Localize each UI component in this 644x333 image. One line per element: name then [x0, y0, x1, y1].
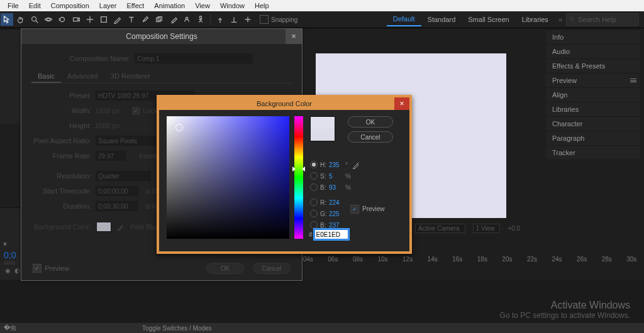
eye-icon[interactable]: ◉ [4, 267, 11, 275]
search-help-input[interactable]: Search Help [566, 13, 639, 26]
b2-value[interactable]: 237 [329, 222, 345, 229]
panel-libraries[interactable]: Libraries [546, 102, 640, 117]
panel-audio[interactable]: Audio [546, 45, 640, 59]
status-icon[interactable]: �⾍ [4, 324, 16, 332]
zoom-tool-icon[interactable] [28, 13, 41, 26]
clone-tool-icon[interactable] [153, 13, 165, 26]
r-value[interactable]: 224 [329, 199, 345, 206]
pen-tool-icon[interactable] [111, 13, 124, 26]
picker-preview-checkbox[interactable]: ✓Preview [350, 174, 385, 244]
panel-effects[interactable]: Effects & Presets [546, 59, 640, 74]
tab-basic[interactable]: Basic [31, 70, 61, 83]
menu-file[interactable]: File [3, 2, 24, 9]
fps-field[interactable]: 29.97 [95, 150, 126, 161]
dur-field[interactable]: 0;00;30;00 [95, 200, 139, 212]
panel-character[interactable]: Character [546, 117, 640, 131]
toggle-switches-label[interactable]: Toggle Switches / Modes [142, 325, 212, 332]
local-axis-icon[interactable] [214, 13, 226, 26]
workspace-smallscreen[interactable]: Small Screen [462, 13, 515, 26]
timeline-ruler[interactable]: 04s 06s 08s 10s 12s 14s 16s 18s 20s 22s … [296, 256, 644, 266]
height-value[interactable]: 1080 px [95, 122, 119, 129]
orbit-tool-icon[interactable] [42, 13, 55, 26]
dialog-titlebar[interactable]: Composition Settings × [21, 29, 302, 44]
menu-animation[interactable]: Animation [149, 2, 190, 9]
panel-menu-icon[interactable] [630, 79, 636, 82]
radio-s[interactable] [310, 172, 318, 180]
sv-color-field[interactable] [167, 116, 289, 239]
b-value[interactable]: 93 [329, 184, 345, 191]
eyedropper-icon[interactable] [116, 222, 125, 231]
camera-tool-icon[interactable] [70, 13, 82, 26]
res-dropdown[interactable]: Quarter [95, 170, 152, 182]
tick: 16s [445, 256, 470, 266]
h-value[interactable]: 235 [329, 161, 345, 168]
ok-button[interactable]: OK [348, 116, 393, 128]
close-icon[interactable]: × [394, 97, 409, 110]
menu-edit[interactable]: Edit [24, 2, 46, 9]
pan-behind-tool-icon[interactable] [84, 13, 96, 26]
comp-name-field[interactable]: Comp 1 [134, 53, 253, 64]
cancel-button[interactable]: Cancel [253, 263, 291, 274]
brush-tool-icon[interactable] [139, 13, 152, 26]
g-value[interactable]: 225 [329, 210, 345, 217]
cancel-button[interactable]: Cancel [348, 131, 393, 143]
shape-tool-icon[interactable] [97, 13, 110, 26]
rotation-tool-icon[interactable] [56, 13, 69, 26]
menu-effect[interactable]: Effect [121, 2, 149, 9]
panel-tracker[interactable]: Tracker [546, 146, 640, 160]
radio-r[interactable] [310, 199, 318, 206]
timeline-close-icon[interactable]: × [3, 241, 7, 248]
eraser-tool-icon[interactable] [167, 13, 179, 26]
tab-3d[interactable]: 3D Renderer [104, 70, 157, 83]
type-tool-icon[interactable] [125, 13, 138, 26]
ok-button[interactable]: OK [206, 263, 244, 274]
selection-tool-icon[interactable] [1, 13, 13, 26]
width-value[interactable]: 1920 px [95, 107, 119, 114]
workspace-overflow-icon[interactable]: » [555, 16, 566, 23]
par-dropdown[interactable]: Square Pixels [95, 135, 164, 146]
exposure-value[interactable]: +0.0 [508, 225, 520, 232]
view-axis-icon[interactable] [242, 13, 254, 26]
view-dropdown[interactable]: 1 View [473, 224, 501, 233]
menu-composition[interactable]: Composition [46, 2, 94, 9]
world-axis-icon[interactable] [228, 13, 240, 26]
menu-window[interactable]: Window [215, 2, 250, 9]
eyedropper-icon[interactable] [352, 160, 361, 169]
lock-aspect-checkbox[interactable]: ✓ [132, 107, 140, 115]
radio-h[interactable] [310, 161, 318, 168]
current-timecode[interactable]: 0;0 [4, 250, 16, 260]
camera-dropdown[interactable]: Active Camera [415, 224, 465, 233]
app-menubar: File Edit Composition Layer Effect Anima… [0, 0, 644, 12]
s-value[interactable]: 5 [329, 173, 345, 180]
menu-help[interactable]: Help [250, 2, 274, 9]
left-dock-top [0, 30, 21, 124]
height-label: Height: [31, 122, 91, 129]
dialog-preview-checkbox[interactable]: ✓Preview [33, 264, 69, 273]
radio-b[interactable] [310, 183, 318, 191]
snapping-toggle[interactable]: Snapping [260, 15, 297, 24]
hand-tool-icon[interactable] [14, 13, 27, 26]
panel-preview[interactable]: Preview [546, 74, 640, 88]
viewer-footer-controls: Active Camera 1 View +0.0 [415, 224, 520, 233]
old-color[interactable] [311, 129, 335, 141]
workspace-default[interactable]: Default [387, 13, 421, 26]
radio-g[interactable] [310, 210, 318, 217]
roto-tool-icon[interactable] [180, 13, 193, 26]
menu-view[interactable]: View [190, 2, 215, 9]
picker-titlebar[interactable]: Background Color × [159, 97, 409, 110]
workspace-standard[interactable]: Standard [421, 13, 462, 26]
panel-paragraph[interactable]: Paragraph [546, 131, 640, 146]
bg-color-swatch[interactable] [96, 222, 111, 232]
panel-info[interactable]: Info [546, 30, 640, 45]
puppet-tool-icon[interactable] [194, 13, 207, 26]
hue-slider[interactable] [294, 116, 303, 239]
workspace-libraries[interactable]: Libraries [516, 13, 555, 26]
tab-advanced[interactable]: Advanced [61, 70, 104, 83]
speaker-icon[interactable]: ◐ [13, 267, 21, 275]
start-field[interactable]: 0;00;00;00 [95, 185, 139, 197]
radio-b2[interactable] [310, 221, 318, 229]
close-icon[interactable]: × [286, 29, 302, 44]
hex-field[interactable] [314, 229, 348, 239]
menu-layer[interactable]: Layer [94, 2, 122, 9]
panel-align[interactable]: Align [546, 88, 640, 102]
